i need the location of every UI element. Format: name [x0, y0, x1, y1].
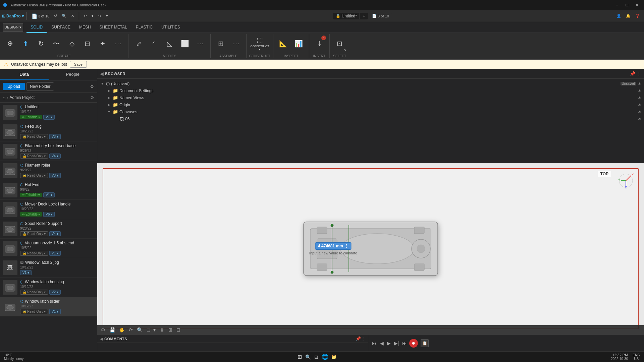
- file-item[interactable]: ⬡ Filament dry box Insert base9/29/22🔒 R…: [0, 141, 97, 161]
- sidebar-settings-icon[interactable]: ⚙: [90, 84, 94, 89]
- eye-icon[interactable]: 👁: [638, 103, 641, 107]
- chamfer-btn[interactable]: ◺: [162, 35, 177, 52]
- project-header[interactable]: ⌂ › Admin Project ⚙: [0, 93, 97, 103]
- badge-version[interactable]: V6 ▾: [43, 212, 55, 217]
- tree-toggle[interactable]: ▶: [107, 88, 111, 93]
- timeline-prev-btn[interactable]: ◀: [379, 341, 385, 346]
- workspace-selector[interactable]: ⊞ DanPro ▾: [2, 14, 24, 18]
- timeline-next-btn[interactable]: ▶|: [393, 341, 400, 346]
- fillet-btn[interactable]: ◜: [147, 35, 161, 52]
- close-button[interactable]: ✕: [633, 2, 641, 8]
- tab-solid[interactable]: SOLID: [26, 22, 47, 33]
- browser-pin-icon[interactable]: 📌: [630, 71, 635, 76]
- tree-item-document-settings[interactable]: ▶📁Document Settings👁: [97, 87, 644, 94]
- badge-status[interactable]: 🔒 Read-Only ▾: [20, 251, 48, 256]
- file-item[interactable]: ⬡ Mower Deck Lock Handle10/29/22✏ Editab…: [0, 200, 97, 219]
- record-button[interactable]: ⏺: [409, 339, 418, 348]
- eye-icon[interactable]: 👁: [638, 82, 641, 86]
- display-mode-btn[interactable]: ⚙: [100, 326, 106, 333]
- badge-status[interactable]: ✏ Editable ▾: [20, 193, 42, 197]
- extrude-btn[interactable]: ⬆: [18, 35, 33, 52]
- tree-toggle[interactable]: ▼: [100, 81, 105, 86]
- zoom-dropdown-btn[interactable]: ▾: [152, 326, 157, 333]
- timeline-last-btn[interactable]: ⏭: [401, 341, 408, 346]
- file-item[interactable]: 🖼🖼 Window latch 2.jpg10/12/22V1 ▾: [0, 258, 97, 278]
- timeline-first-btn[interactable]: ⏮: [371, 341, 378, 346]
- save-button[interactable]: Save: [70, 61, 87, 68]
- badge-status[interactable]: 🔒 Read-Only ▾: [20, 290, 48, 295]
- tree-toggle[interactable]: ▶: [107, 103, 111, 107]
- eye-icon[interactable]: 👁: [638, 96, 641, 100]
- notifications-btn[interactable]: 🔔: [624, 12, 633, 20]
- doc-tab-counter[interactable]: 📄 3 of 10: [369, 13, 392, 19]
- eye-icon[interactable]: 👁: [638, 117, 641, 121]
- file-item[interactable]: ⬡ Window latch housing10/12/22🔒 Read-Onl…: [0, 278, 97, 297]
- more-assemble-btn[interactable]: ⋯: [229, 35, 244, 52]
- joint-btn[interactable]: ⊞: [213, 35, 228, 52]
- badge-version[interactable]: V7 ▾: [43, 115, 55, 120]
- redo-btn[interactable]: ↪: [96, 12, 103, 20]
- refresh-btn[interactable]: ↺: [52, 12, 59, 20]
- badge-status[interactable]: ✏ Editable ▾: [20, 115, 42, 119]
- display-settings-btn[interactable]: 🖥: [159, 326, 165, 333]
- viewport[interactable]: 4.474681 mm ⋮ Input a new value to calib…: [97, 163, 644, 335]
- save-camera-btn[interactable]: 💾: [108, 326, 116, 333]
- badge-version[interactable]: V1 ▾: [20, 270, 32, 275]
- insert-btn[interactable]: ⤵ ✓: [312, 35, 327, 52]
- badge-status[interactable]: 🔒 Read-Only ▾: [20, 134, 48, 139]
- timeline-settings-btn[interactable]: 📋: [421, 339, 429, 347]
- tree-toggle[interactable]: [113, 117, 118, 121]
- badge-version[interactable]: V3 ▾: [49, 173, 61, 178]
- sidebar-tab-data[interactable]: Data: [0, 69, 49, 80]
- tab-utilities[interactable]: UTILITIES: [157, 22, 184, 33]
- comments-pin-icon[interactable]: 📌: [356, 336, 361, 341]
- badge-status[interactable]: 🔒 Read-Only ▾: [20, 154, 48, 159]
- revolve-btn[interactable]: ↻: [34, 35, 48, 52]
- search-btn[interactable]: 🔍: [60, 12, 68, 20]
- loft-btn[interactable]: ◇: [64, 35, 79, 52]
- file-item[interactable]: ⬡ Hot End9/6/22✏ Editable ▾V1 ▾: [0, 180, 97, 200]
- new-component-btn[interactable]: ⊕: [3, 35, 17, 52]
- windows-btn[interactable]: ⊞: [298, 354, 302, 360]
- file-item[interactable]: ⬡ Feed Jug10/28/22🔒 Read-Only ▾V3 ▾: [0, 122, 97, 141]
- timeline-play-btn[interactable]: ▶: [386, 341, 392, 346]
- badge-version[interactable]: V1 ▾: [49, 251, 61, 256]
- badge-version[interactable]: V1 ▾: [49, 309, 61, 314]
- new-tab-btn[interactable]: +: [363, 13, 365, 19]
- tree-item-06[interactable]: 🖼06👁: [97, 115, 644, 122]
- browser-collapse-icon[interactable]: ◀: [100, 71, 104, 76]
- rib-btn[interactable]: ⊟: [80, 35, 95, 52]
- sidebar-tab-people[interactable]: People: [49, 69, 97, 80]
- new-folder-button[interactable]: New Folder: [26, 82, 54, 90]
- eye-icon[interactable]: 👁: [638, 89, 641, 93]
- measure-btn[interactable]: 📐: [276, 35, 291, 52]
- project-settings-icon[interactable]: ⚙: [90, 95, 94, 100]
- web-btn[interactable]: ✦: [95, 35, 110, 52]
- tab-surface[interactable]: SURFACE: [47, 22, 74, 33]
- badge-version[interactable]: V4 ▾: [49, 154, 61, 159]
- close-panel-btn[interactable]: ✕: [69, 12, 76, 20]
- undo-btn[interactable]: ↩: [82, 12, 89, 20]
- zoom-btn[interactable]: 🔍: [136, 326, 144, 333]
- badge-version[interactable]: V1 ▾: [43, 192, 55, 197]
- maximize-button[interactable]: □: [623, 2, 631, 8]
- explorer-btn[interactable]: 📁: [331, 354, 337, 360]
- tree-item-canvases[interactable]: ▼📁Canvases👁: [97, 108, 644, 115]
- redo-dropdown-btn[interactable]: ▾: [104, 12, 110, 20]
- more-viewport-btn[interactable]: ⊟: [175, 326, 181, 333]
- undo-dropdown-btn[interactable]: ▾: [90, 12, 96, 20]
- eye-icon[interactable]: 👁: [638, 110, 641, 114]
- badge-status[interactable]: ✏ Editable ▾: [20, 212, 42, 217]
- orbit-btn[interactable]: ⟳: [128, 326, 134, 333]
- browser-more-icon[interactable]: ⋮: [637, 71, 641, 76]
- pan-btn[interactable]: ✋: [118, 326, 126, 333]
- badge-version[interactable]: V4 ▾: [49, 231, 61, 236]
- tab-mesh[interactable]: MESH: [75, 22, 95, 33]
- badge-status[interactable]: 🔒 Read-Only ▾: [20, 309, 48, 314]
- shell-btn[interactable]: ⬜: [177, 35, 192, 52]
- section-analysis-btn[interactable]: 📊: [291, 35, 306, 52]
- file-item[interactable]: ⬡ Spool Roller Support9/20/22🔒 Read-Only…: [0, 219, 97, 239]
- tree-item-origin[interactable]: ▶📁Origin👁: [97, 101, 644, 108]
- file-item[interactable]: ⬡ Vacuum nozzle 1.5 abs end10/5/22🔒 Read…: [0, 239, 97, 258]
- sweep-btn[interactable]: 〜: [49, 35, 64, 52]
